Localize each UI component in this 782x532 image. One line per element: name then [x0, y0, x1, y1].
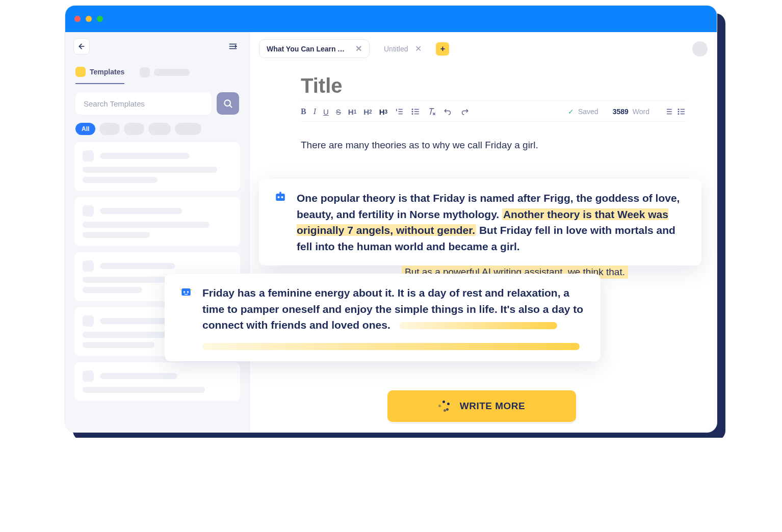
document-tab-label: What You Can Learn Ab…: [267, 45, 348, 53]
editor-toolbar: B I U S H1 H2 H3 ✓ Sa: [301, 107, 686, 122]
outline-icon: [677, 107, 686, 116]
svg-point-26: [678, 109, 679, 110]
clear-format-icon: [427, 107, 436, 116]
filter-chip-all[interactable]: All: [75, 123, 95, 135]
template-card[interactable]: [74, 362, 240, 401]
ai-suggestion-card-2: Friday has a feminine energy about it. I…: [165, 274, 601, 361]
list-icon: [664, 107, 673, 116]
close-window-button[interactable]: [74, 16, 81, 22]
search-input[interactable]: [75, 92, 212, 115]
template-list: [65, 142, 249, 401]
plus-icon: +: [440, 44, 445, 54]
filter-chip[interactable]: [124, 123, 144, 135]
word-count-label: Word: [633, 108, 649, 116]
search-button[interactable]: [217, 92, 239, 115]
svg-rect-29: [276, 194, 285, 201]
arrow-left-icon: [77, 42, 86, 50]
ai-suggestion-text: Friday has a feminine energy about it. I…: [202, 285, 586, 350]
tab-templates-label: Templates: [90, 68, 124, 76]
secondary-tab-label-placeholder: [154, 69, 190, 76]
document-tab[interactable]: Untitled ✕: [377, 40, 429, 58]
user-avatar[interactable]: [692, 41, 708, 57]
svg-line-36: [180, 289, 182, 290]
svg-point-13: [412, 111, 413, 112]
svg-line-37: [191, 289, 192, 290]
svg-point-34: [184, 291, 186, 293]
undo-button[interactable]: [444, 107, 453, 116]
h2-button[interactable]: H2: [363, 108, 372, 116]
svg-point-35: [187, 291, 189, 293]
svg-point-28: [678, 114, 679, 115]
svg-rect-31: [281, 196, 283, 198]
template-card[interactable]: [74, 197, 240, 246]
bot-icon: [179, 285, 193, 299]
collapse-sidebar-button[interactable]: [225, 38, 241, 55]
italic-button[interactable]: I: [314, 107, 316, 116]
templates-icon: [75, 67, 86, 77]
close-tab-button[interactable]: ✕: [415, 44, 422, 54]
secondary-tab-icon: [140, 67, 150, 77]
h1-button[interactable]: H1: [348, 108, 356, 116]
template-card[interactable]: [74, 142, 240, 191]
unordered-list-icon: [411, 107, 420, 116]
svg-rect-30: [278, 196, 280, 198]
search-icon: [223, 98, 233, 109]
close-tab-button[interactable]: ✕: [355, 44, 362, 54]
undo-icon: [444, 107, 453, 116]
unordered-list-button[interactable]: [411, 107, 420, 116]
svg-point-27: [678, 111, 679, 112]
app-window: Templates All: [65, 5, 717, 433]
bold-button[interactable]: B: [301, 107, 306, 116]
sidebar-toggle-icon: [228, 42, 238, 51]
ai-suggestion-text: One popular theory is that Friday is nam…: [297, 190, 687, 254]
write-more-label: WRITE MORE: [460, 401, 526, 412]
maximize-window-button[interactable]: [97, 16, 103, 22]
bot-icon: [273, 190, 288, 204]
write-more-button[interactable]: WRITE MORE: [387, 390, 576, 422]
document-tab-label: Untitled: [384, 45, 408, 53]
word-count-value: 3589: [613, 108, 629, 116]
tab-secondary[interactable]: [140, 61, 190, 84]
outline-view-button[interactable]: [677, 107, 686, 116]
minimize-window-button[interactable]: [86, 16, 92, 22]
generating-placeholder-line: [399, 322, 557, 329]
strikethrough-button[interactable]: S: [336, 108, 341, 116]
saved-check-icon: ✓: [568, 108, 574, 116]
redo-button[interactable]: [460, 107, 469, 116]
saved-label: Saved: [578, 108, 598, 116]
document-title-input[interactable]: [301, 74, 686, 101]
document-tab-active[interactable]: What You Can Learn Ab… ✕: [259, 39, 370, 58]
new-tab-button[interactable]: +: [436, 42, 449, 56]
ordered-list-icon: [395, 107, 404, 116]
svg-point-14: [412, 114, 413, 115]
sidebar: Templates All: [65, 32, 250, 432]
tab-templates[interactable]: Templates: [75, 61, 124, 84]
back-button[interactable]: [73, 38, 90, 55]
h3-button[interactable]: H3: [379, 108, 387, 116]
filter-chip[interactable]: [175, 123, 201, 135]
generating-placeholder-line: [202, 343, 580, 350]
clear-format-button[interactable]: [427, 107, 436, 116]
ai-suggestion-card-1: One popular theory is that Friday is nam…: [259, 179, 701, 265]
svg-point-12: [412, 109, 413, 110]
filter-chip[interactable]: [99, 123, 120, 135]
list-view-button[interactable]: [664, 107, 673, 116]
loading-spinner-icon: [438, 401, 450, 412]
title-bar: [65, 6, 717, 32]
underline-button[interactable]: U: [323, 108, 329, 116]
document-body-text[interactable]: There are many theories as to why we cal…: [301, 122, 686, 153]
ordered-list-button[interactable]: [395, 107, 404, 116]
redo-icon: [460, 107, 469, 116]
svg-rect-32: [279, 192, 281, 194]
svg-line-5: [230, 105, 232, 108]
filter-chip[interactable]: [148, 123, 171, 135]
